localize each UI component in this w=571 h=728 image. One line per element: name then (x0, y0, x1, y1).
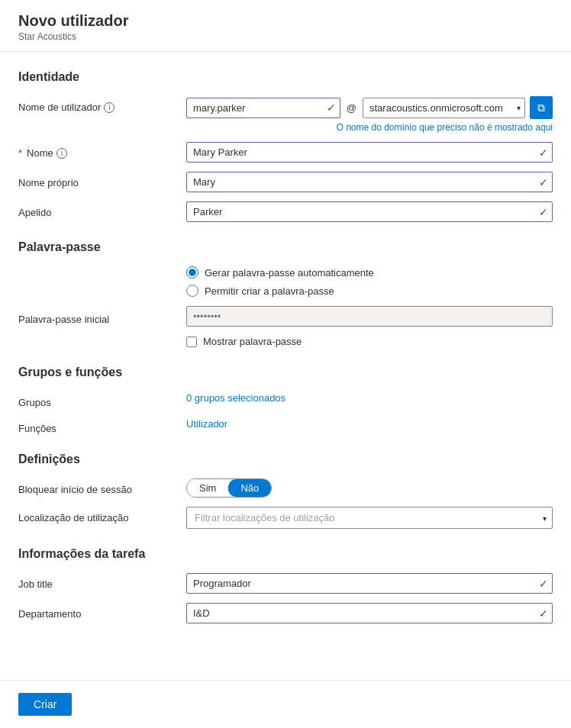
job-title-label: Job title (18, 573, 186, 590)
password-label: Palavra-passe inicial (18, 308, 186, 325)
location-row: Localização de utilização Filtrar locali… (18, 507, 553, 529)
show-password-label: Mostrar palavra-passe (203, 336, 302, 347)
name-input[interactable] (186, 142, 553, 163)
page-subtitle: Star Acoustics (18, 31, 553, 42)
domain-select-wrapper: staracoustics.onmicrosoft.com ▾ (363, 98, 525, 118)
name-check-icon: ✓ (539, 147, 548, 159)
groups-label: Grupos (18, 391, 186, 408)
job-title-input[interactable] (186, 573, 553, 594)
location-select-wrapper: Filtrar localizações de utilização ▾ (186, 507, 553, 529)
auto-generate-option[interactable]: Gerar palavra-passe automaticamente (186, 266, 553, 279)
roles-label: Funções (18, 417, 186, 434)
job-title-controls: ✓ (186, 573, 553, 594)
show-password-checkbox[interactable] (186, 337, 197, 347)
password-input[interactable] (186, 306, 553, 327)
block-signin-controls: Sim Não (186, 478, 553, 498)
last-name-row: Apelido ✓ (18, 201, 553, 222)
name-required-star: * (18, 147, 22, 159)
job-info-section-title: Informações da tarefa (18, 547, 553, 561)
copy-icon: ⧉ (537, 101, 545, 114)
name-info-icon[interactable]: i (56, 148, 67, 159)
username-check-icon: ✓ (327, 101, 336, 114)
department-input[interactable] (186, 603, 553, 623)
username-controls: ✓ @ staracoustics.onmicrosoft.com ▾ ⧉ O … (186, 96, 553, 133)
password-section-title: Palavra-passe (18, 240, 553, 254)
auto-generate-label: Gerar palavra-passe automaticamente (205, 267, 374, 279)
username-input[interactable] (186, 98, 340, 118)
name-label: * Nome i (18, 142, 186, 159)
manual-create-radio[interactable] (186, 285, 198, 297)
last-name-check-icon: ✓ (539, 206, 548, 218)
department-label: Departamento (18, 603, 186, 620)
username-row: Nome de utilizador i ✓ @ staracoustics.o… (18, 96, 553, 133)
job-title-row: Job title ✓ (18, 573, 553, 594)
manual-create-label: Permitir criar a palavra-passe (205, 285, 334, 297)
department-check-icon: ✓ (539, 607, 548, 620)
last-name-input[interactable] (186, 201, 553, 222)
toggle-sim[interactable]: Sim (187, 479, 228, 497)
last-name-label: Apelido (18, 201, 186, 218)
groups-section-title: Grupos e funções (18, 366, 553, 379)
first-name-label: Nome próprio (18, 172, 186, 188)
block-signin-toggle[interactable]: Sim Não (186, 478, 272, 498)
first-name-controls: ✓ (186, 172, 553, 192)
location-label: Localização de utilização (18, 507, 186, 523)
groups-row: Grupos 0 grupos selecionados (18, 391, 553, 408)
roles-controls: Utilizador (186, 417, 553, 430)
username-input-wrapper: ✓ (186, 98, 340, 118)
password-input-row: Palavra-passe inicial (18, 306, 553, 327)
toggle-nao[interactable]: Não (228, 479, 271, 497)
password-options: Gerar palavra-passe automaticamente Perm… (186, 266, 553, 297)
block-signin-label: Bloquear início de sessão (18, 478, 186, 495)
name-row: * Nome i ✓ (18, 142, 553, 163)
show-password-row: Mostrar palavra-passe (186, 336, 553, 347)
at-sign: @ (345, 102, 358, 114)
groups-link[interactable]: 0 grupos selecionados (186, 392, 286, 404)
block-signin-row: Bloquear início de sessão Sim Não (18, 478, 553, 498)
create-button[interactable]: Criar (18, 693, 72, 716)
domain-select[interactable]: staracoustics.onmicrosoft.com (363, 98, 525, 118)
job-title-check-icon: ✓ (539, 578, 548, 590)
show-password-checkbox-wrapper[interactable]: Mostrar palavra-passe (186, 336, 302, 347)
name-controls: ✓ (186, 142, 553, 163)
settings-section-title: Definições (18, 453, 553, 466)
auto-generate-radio[interactable] (186, 266, 198, 279)
department-controls: ✓ (186, 603, 553, 623)
first-name-input[interactable] (186, 172, 553, 192)
last-name-controls: ✓ (186, 201, 553, 222)
roles-link[interactable]: Utilizador (186, 418, 227, 430)
identity-section-title: Identidade (18, 70, 553, 84)
domain-hint[interactable]: O nome do domínio que preciso não é most… (186, 122, 553, 133)
page-title: Novo utilizador (18, 12, 553, 30)
roles-row: Funções Utilizador (18, 417, 553, 434)
copy-button[interactable]: ⧉ (530, 96, 553, 119)
username-label: Nome de utilizador i (18, 96, 186, 113)
first-name-check-icon: ✓ (539, 176, 548, 188)
username-info-icon[interactable]: i (104, 102, 115, 113)
first-name-row: Nome próprio ✓ (18, 172, 553, 192)
manual-create-option[interactable]: Permitir criar a palavra-passe (186, 285, 553, 297)
department-row: Departamento ✓ (18, 603, 553, 623)
groups-controls: 0 grupos selecionados (186, 391, 553, 404)
location-select[interactable]: Filtrar localizações de utilização (186, 507, 553, 529)
footer: Criar (0, 680, 571, 728)
